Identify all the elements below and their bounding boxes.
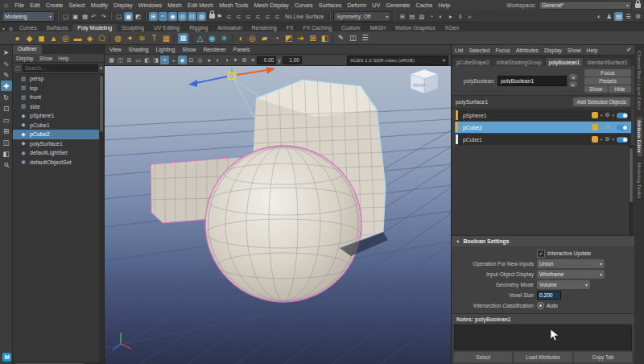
chevron-down-icon[interactable]: ▾ [100, 65, 103, 72]
viewport-toolbar-icon[interactable]: ◒ [169, 56, 178, 64]
chevron-down-icon[interactable]: ▾ [601, 137, 603, 142]
shelf-icon[interactable]: ▦ [178, 33, 188, 43]
snap-grid-icon[interactable]: ⊞ [149, 12, 158, 21]
boolean-operation-icon[interactable] [592, 124, 598, 130]
attribute-editor-tab[interactable]: standardSurface1 [584, 58, 630, 66]
outliner-item[interactable]: ◆ pSphere1 [13, 111, 104, 121]
viewport-toolbar-icon[interactable]: ◨ [151, 56, 160, 64]
save-scene-icon[interactable]: ▦ [80, 12, 89, 21]
shelf-menu-icon[interactable]: ▾ [0, 26, 7, 31]
viewport-menu-item[interactable]: Shading [129, 47, 149, 52]
intersection-auto-radio[interactable] [537, 302, 544, 309]
shelf-tab[interactable]: FX Caching [299, 24, 337, 31]
outliner-menu-item[interactable]: Display [16, 56, 34, 61]
shelf-tab[interactable]: Animation [213, 24, 246, 31]
pin-icon[interactable]: ✐ [626, 47, 631, 53]
magnet-icon[interactable]: ⊂ [263, 12, 272, 21]
outliner-item[interactable]: ◆ pCube1 [13, 121, 104, 130]
chevron-down-icon[interactable]: ▾ [612, 113, 614, 118]
show-button[interactable]: Show [584, 85, 608, 93]
shelf-tab[interactable]: Motion Graphics [390, 24, 440, 31]
gear-icon[interactable]: ⚙ [605, 112, 609, 118]
outliner-item[interactable]: ▥ side [13, 102, 104, 112]
shelf-icon[interactable]: ◈ [84, 32, 96, 44]
filter-icon[interactable]: ▢ [15, 65, 21, 72]
menu-item[interactable]: Display [111, 2, 136, 9]
shelf-icon[interactable]: ⬠ [96, 32, 108, 44]
exposure-field[interactable] [257, 56, 276, 64]
attribute-editor-menu-item[interactable]: Show [568, 48, 581, 53]
shelf-tab[interactable]: Curves [14, 24, 42, 31]
menu-item[interactable]: Edit Mesh [184, 2, 216, 9]
shelf-icon[interactable]: ▰ [258, 32, 270, 44]
viewport-menu-item[interactable]: View [109, 47, 122, 52]
shelf-icon[interactable]: ⊠ [307, 32, 319, 44]
shelf-tab[interactable]: Surfaces [42, 24, 73, 31]
viewport-toolbar-icon[interactable]: ◎ [196, 56, 204, 64]
view-cube[interactable]: FRONT [411, 69, 438, 93]
viewport-toolbar-icon[interactable]: ▦ [107, 56, 116, 64]
hide-button[interactable]: Hide [609, 85, 632, 93]
magnet-icon[interactable]: ⊂ [244, 12, 253, 21]
attribute-editor-tab[interactable]: polyBoolean1 [546, 58, 584, 66]
menu-item[interactable]: Generate [383, 2, 413, 9]
maya-home-icon[interactable]: ⌂ [0, 2, 12, 9]
chevron-down-icon[interactable]: ▾ [612, 125, 614, 130]
geometry-mode-dropdown[interactable]: Volume ▾ [537, 280, 590, 289]
gear-icon[interactable]: ⚙ [605, 136, 609, 143]
layout-two-pane[interactable]: ◫ [1, 137, 12, 147]
interactive-update-checkbox[interactable]: ✓ [537, 250, 545, 258]
shelf-icon[interactable]: ● [11, 32, 23, 44]
shelf-icon[interactable]: ✦ [124, 32, 136, 44]
input-object-row[interactable]: pSphere1 ▾ ⚙ ▾ [455, 110, 631, 121]
snap-view-plane-icon[interactable]: ⊡ [188, 12, 196, 21]
menu-item[interactable]: Mesh Tools [217, 2, 251, 9]
viewport-toolbar-icon[interactable]: ● [204, 56, 213, 64]
viewport-menu-item[interactable]: Lighting [156, 47, 175, 52]
shelf-icon[interactable]: ◎ [60, 32, 72, 44]
chevron-down-icon[interactable]: ▾ [601, 125, 603, 130]
ipr-render-icon[interactable]: ◔ [427, 12, 436, 21]
input-display-dropdown[interactable]: Wireframe ▾ [537, 270, 605, 279]
shelf-icon[interactable]: ◩ [283, 32, 295, 44]
attribute-editor-menu-item[interactable]: Help [587, 48, 598, 53]
attribute-editor-toggle-icon[interactable]: ▤ [614, 12, 623, 21]
tool-settings-toggle-icon[interactable]: ☰ [624, 12, 633, 21]
boolean-operation-icon[interactable] [592, 136, 598, 143]
menu-item[interactable]: Help [436, 2, 453, 9]
select-object-icon[interactable]: ▣ [124, 12, 133, 21]
menu-item[interactable]: File [12, 2, 27, 9]
magnet-icon[interactable]: ⊂ [254, 12, 262, 21]
outliner-item[interactable]: ▥ top [13, 84, 104, 93]
layout-single-pane[interactable]: ▭ [1, 114, 12, 125]
move-tool[interactable]: ✚ [1, 81, 12, 91]
shelf-gear-icon[interactable]: ⚙ [7, 26, 14, 31]
shelf-icon[interactable]: ✎ [335, 32, 347, 44]
shelf-icon[interactable]: ◫ [347, 32, 359, 44]
shelf-icon[interactable]: ≋ [136, 32, 148, 44]
viewport-toolbar-icon[interactable]: ◑ [222, 56, 231, 64]
menu-item[interactable]: Mesh Display [251, 2, 291, 9]
menu-item[interactable]: Deform [345, 2, 369, 9]
presets-button[interactable]: Presets [584, 77, 631, 85]
footer-button[interactable]: Copy Tab [574, 352, 632, 362]
gamma-field[interactable] [283, 56, 302, 64]
node-name-field[interactable] [497, 76, 567, 86]
outliner-item[interactable]: ▥ persp [13, 74, 104, 84]
next-node-button[interactable]: ▸ [569, 81, 577, 87]
shelf-icon[interactable]: ◔ [270, 32, 283, 44]
viewport-menu-item[interactable]: Renderer [203, 47, 225, 52]
notes-header[interactable]: Notes: polyBoolean1 [452, 313, 634, 324]
shelf-icon[interactable]: ✳ [218, 32, 230, 44]
pose-editor-icon[interactable]: ♟ [605, 12, 613, 21]
shelf-icon[interactable]: ➔ [295, 32, 307, 44]
menu-item[interactable]: Create [43, 2, 66, 9]
attribute-editor-scrollbar[interactable] [629, 145, 634, 235]
shelf-icon[interactable]: ◧ [319, 32, 331, 44]
open-scene-icon[interactable]: ▣ [71, 12, 80, 21]
viewport-toolbar-icon[interactable]: ◐ [213, 56, 222, 64]
shelf-icon[interactable]: ▦ [160, 32, 172, 44]
focus-button[interactable]: Focus [584, 69, 631, 77]
outliner-item[interactable]: ◉ defaultLightSet [13, 148, 104, 158]
shelf-tab[interactable]: Poly Modeling [72, 24, 117, 31]
